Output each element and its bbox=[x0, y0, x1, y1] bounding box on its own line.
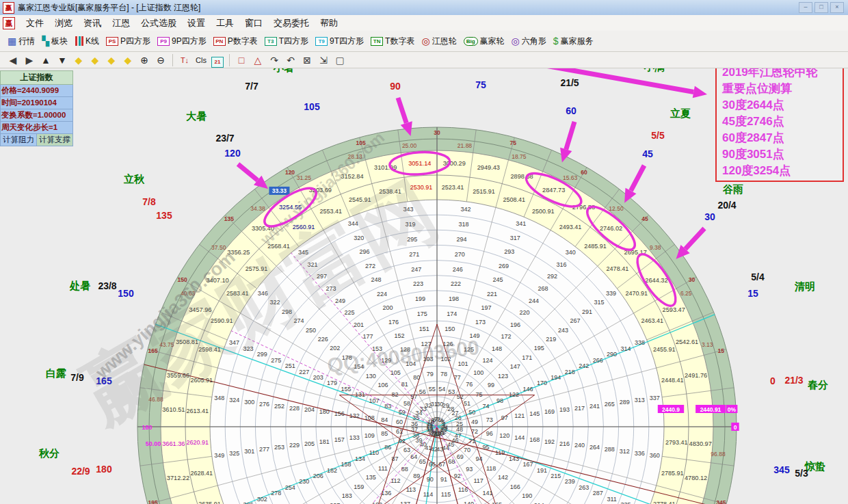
toolbar-button-p-table[interactable]: PNP数字表 bbox=[210, 33, 261, 49]
up-icon[interactable]: ▲ bbox=[38, 53, 53, 67]
forward-icon[interactable]: ▶ bbox=[22, 53, 37, 67]
svg-text:250: 250 bbox=[306, 327, 316, 334]
svg-text:63: 63 bbox=[403, 447, 410, 453]
svg-text:100: 100 bbox=[473, 369, 483, 376]
svg-text:253: 253 bbox=[274, 444, 284, 451]
svg-text:3712.22: 3712.22 bbox=[167, 475, 189, 481]
menu-item-文件[interactable]: 文件 bbox=[21, 16, 49, 31]
svg-text:223: 223 bbox=[413, 280, 423, 287]
toolbar-button-hexagon[interactable]: ◎六角形 bbox=[508, 33, 550, 49]
toolbar-button-sectors[interactable]: ▚板块 bbox=[38, 33, 71, 49]
svg-text:15.63: 15.63 bbox=[563, 174, 578, 181]
svg-text:2515.91: 2515.91 bbox=[473, 188, 495, 195]
toolbar-button-gann-wheel[interactable]: ◎江恩轮 bbox=[418, 33, 460, 49]
svg-text:251: 251 bbox=[285, 362, 295, 369]
svg-text:244: 244 bbox=[529, 297, 539, 304]
triangle-tool-icon[interactable]: △ bbox=[250, 53, 265, 67]
svg-text:167: 167 bbox=[522, 461, 533, 468]
svg-text:177: 177 bbox=[362, 333, 373, 340]
svg-text:101: 101 bbox=[458, 360, 468, 367]
fit-icon[interactable]: ⊠ bbox=[300, 53, 315, 67]
menu-item-江恩[interactable]: 江恩 bbox=[107, 16, 135, 31]
zoom-out-icon[interactable]: ⊖ bbox=[153, 53, 168, 67]
back-icon[interactable]: ◀ bbox=[5, 53, 21, 67]
t-table-icon: TN bbox=[371, 37, 383, 46]
svg-text:158: 158 bbox=[341, 461, 352, 468]
menu-item-交易委托[interactable]: 交易委托 bbox=[268, 16, 315, 31]
toolbar-button-kline[interactable]: K线 bbox=[71, 33, 103, 49]
symbol-title: 上证指数 bbox=[0, 70, 73, 85]
t-down-icon[interactable]: T↓ bbox=[177, 53, 192, 67]
svg-text:89: 89 bbox=[413, 473, 420, 479]
minimize-button[interactable]: – bbox=[799, 2, 812, 13]
pan-right-icon[interactable]: ◆ bbox=[88, 53, 103, 67]
svg-text:313: 313 bbox=[635, 397, 645, 403]
svg-text:146: 146 bbox=[522, 386, 533, 393]
svg-text:55: 55 bbox=[429, 386, 436, 393]
wheel-outer-label: 谷雨 bbox=[722, 183, 743, 195]
down-icon[interactable]: ▼ bbox=[55, 53, 70, 67]
rotate-ccw-icon[interactable]: ↶ bbox=[283, 53, 298, 67]
svg-text:2463.41: 2463.41 bbox=[641, 317, 664, 324]
menu-item-窗口[interactable]: 窗口 bbox=[239, 16, 268, 31]
svg-text:33.33: 33.33 bbox=[272, 187, 287, 194]
toolbar-button-winner-wheel[interactable]: Big赢家轮 bbox=[460, 33, 508, 49]
menu-item-资讯[interactable]: 资讯 bbox=[78, 16, 107, 31]
resize-icon[interactable]: ⇲ bbox=[316, 53, 331, 67]
toolbar-button-t-square[interactable]: T3T四方形 bbox=[261, 33, 312, 49]
svg-text:324: 324 bbox=[229, 397, 239, 403]
rotate-cw-icon[interactable]: ↷ bbox=[267, 53, 282, 67]
select-box-icon[interactable]: ▢ bbox=[332, 53, 347, 67]
svg-text:67: 67 bbox=[438, 461, 445, 468]
svg-text:205: 205 bbox=[304, 440, 315, 447]
rect-tool-icon[interactable]: □ bbox=[234, 53, 249, 67]
svg-text:91: 91 bbox=[440, 476, 447, 483]
window-title: 赢家江恩专业版[赢家服务平台] - [上证指数 江恩轮] bbox=[18, 2, 200, 14]
svg-text:144: 144 bbox=[514, 434, 525, 441]
menu-item-设置[interactable]: 设置 bbox=[182, 16, 211, 31]
toolbar-button-quotes[interactable]: ▦行情 bbox=[4, 33, 38, 49]
toolbar-separator bbox=[172, 54, 173, 66]
calendar-icon[interactable]: 21 bbox=[210, 53, 225, 67]
pan-left-icon[interactable]: ◆ bbox=[71, 53, 86, 67]
p-table-icon: PN bbox=[213, 37, 226, 46]
svg-text:194: 194 bbox=[551, 374, 561, 381]
svg-text:140: 140 bbox=[464, 501, 474, 504]
svg-text:2478.41: 2478.41 bbox=[607, 265, 629, 272]
pan-down-icon[interactable]: ◆ bbox=[120, 53, 135, 67]
svg-text:56: 56 bbox=[419, 388, 426, 395]
svg-text:254: 254 bbox=[285, 484, 295, 491]
svg-text:221: 221 bbox=[487, 291, 497, 297]
cls-button[interactable]: Cls bbox=[194, 53, 209, 67]
svg-text:2448.41: 2448.41 bbox=[661, 377, 684, 384]
toolbar-button-t-table[interactable]: TNT数字表 bbox=[367, 33, 418, 49]
svg-text:90: 90 bbox=[427, 476, 434, 483]
svg-text:246: 246 bbox=[453, 266, 463, 273]
wheel-outer-label: 23/8 bbox=[98, 280, 116, 291]
zoom-in-icon[interactable]: ⊕ bbox=[137, 53, 152, 67]
svg-text:345: 345 bbox=[716, 499, 726, 504]
menu-item-帮助[interactable]: 帮助 bbox=[315, 16, 343, 31]
maximize-button[interactable]: □ bbox=[814, 2, 828, 13]
svg-text:2508.41: 2508.41 bbox=[503, 196, 526, 203]
close-button[interactable]: × bbox=[830, 2, 844, 13]
pan-up-icon[interactable]: ◆ bbox=[104, 53, 119, 67]
svg-text:312: 312 bbox=[620, 448, 630, 455]
toolbar-button-9p-square[interactable]: P99P四方形 bbox=[154, 33, 210, 49]
svg-text:2593.47: 2593.47 bbox=[663, 306, 685, 313]
svg-text:3101.99: 3101.99 bbox=[374, 164, 397, 171]
svg-text:219: 219 bbox=[546, 336, 556, 343]
calc-resistance-button[interactable]: 计算阻力 bbox=[0, 134, 37, 146]
wheel-outer-label: 15 bbox=[747, 288, 758, 299]
menu-item-工具[interactable]: 工具 bbox=[211, 16, 239, 31]
svg-text:3000.29: 3000.29 bbox=[443, 160, 466, 167]
calc-support-button[interactable]: 计算支撑 bbox=[37, 134, 73, 146]
svg-text:197: 197 bbox=[481, 304, 491, 311]
svg-text:113: 113 bbox=[406, 486, 416, 493]
menu-item-浏览[interactable]: 浏览 bbox=[49, 16, 78, 31]
toolbar-button-winner-service[interactable]: $赢家服务 bbox=[550, 33, 597, 49]
wheel-outer-label: 60 bbox=[566, 105, 577, 116]
menu-item-公式选股[interactable]: 公式选股 bbox=[135, 16, 182, 31]
toolbar-button-9t-square[interactable]: T99T四方形 bbox=[312, 33, 367, 49]
toolbar-button-p-square[interactable]: PSP四方形 bbox=[103, 33, 154, 49]
